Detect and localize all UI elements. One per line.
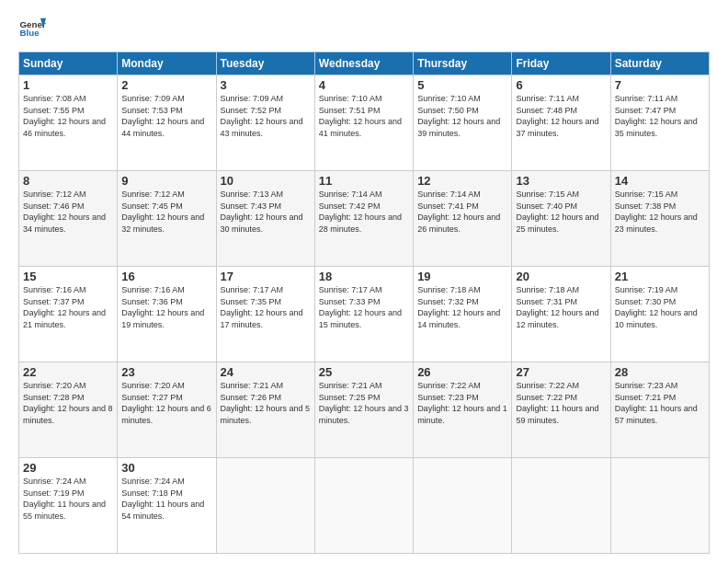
day-number: 17 bbox=[221, 270, 311, 283]
day-info: Sunrise: 7:19 AMSunset: 7:30 PMDaylight:… bbox=[615, 284, 705, 330]
day-header-thursday: Thursday bbox=[414, 52, 512, 75]
calendar-cell: 26Sunrise: 7:22 AMSunset: 7:23 PMDayligh… bbox=[414, 362, 512, 458]
calendar-cell: 14Sunrise: 7:15 AMSunset: 7:38 PMDayligh… bbox=[610, 171, 709, 267]
day-number: 19 bbox=[417, 270, 507, 283]
day-number: 12 bbox=[417, 174, 507, 188]
day-info: Sunrise: 7:11 AMSunset: 7:48 PMDaylight:… bbox=[516, 93, 606, 139]
day-info: Sunrise: 7:15 AMSunset: 7:40 PMDaylight:… bbox=[516, 189, 606, 235]
calendar-cell: 17Sunrise: 7:17 AMSunset: 7:35 PMDayligh… bbox=[216, 267, 314, 362]
calendar-cell: 27Sunrise: 7:22 AMSunset: 7:22 PMDayligh… bbox=[512, 362, 610, 458]
calendar-cell: 9Sunrise: 7:12 AMSunset: 7:45 PMDaylight… bbox=[118, 171, 216, 267]
calendar-cell: 30Sunrise: 7:24 AMSunset: 7:18 PMDayligh… bbox=[118, 458, 216, 554]
day-number: 14 bbox=[615, 174, 705, 188]
day-info: Sunrise: 7:16 AMSunset: 7:36 PMDaylight:… bbox=[121, 284, 211, 330]
day-info: Sunrise: 7:11 AMSunset: 7:47 PMDaylight:… bbox=[615, 93, 705, 139]
day-number: 18 bbox=[319, 270, 409, 283]
calendar-cell: 19Sunrise: 7:18 AMSunset: 7:32 PMDayligh… bbox=[414, 267, 512, 362]
calendar-cell: 2Sunrise: 7:09 AMSunset: 7:53 PMDaylight… bbox=[118, 75, 216, 171]
day-header-saturday: Saturday bbox=[610, 52, 709, 75]
day-header-wednesday: Wednesday bbox=[314, 52, 413, 75]
day-info: Sunrise: 7:12 AMSunset: 7:46 PMDaylight:… bbox=[23, 189, 113, 235]
calendar-cell: 28Sunrise: 7:23 AMSunset: 7:21 PMDayligh… bbox=[610, 362, 709, 458]
calendar-cell: 11Sunrise: 7:14 AMSunset: 7:42 PMDayligh… bbox=[314, 171, 413, 267]
calendar-cell: 13Sunrise: 7:15 AMSunset: 7:40 PMDayligh… bbox=[512, 171, 610, 267]
day-info: Sunrise: 7:13 AMSunset: 7:43 PMDaylight:… bbox=[221, 189, 311, 235]
day-info: Sunrise: 7:10 AMSunset: 7:51 PMDaylight:… bbox=[319, 93, 409, 139]
calendar-cell: 21Sunrise: 7:19 AMSunset: 7:30 PMDayligh… bbox=[610, 267, 709, 362]
calendar-cell: 16Sunrise: 7:16 AMSunset: 7:36 PMDayligh… bbox=[118, 267, 216, 362]
calendar-cell: 7Sunrise: 7:11 AMSunset: 7:47 PMDaylight… bbox=[610, 75, 709, 171]
day-number: 27 bbox=[516, 365, 606, 379]
day-info: Sunrise: 7:08 AMSunset: 7:55 PMDaylight:… bbox=[23, 93, 113, 139]
calendar-cell bbox=[610, 458, 709, 554]
calendar-cell: 24Sunrise: 7:21 AMSunset: 7:26 PMDayligh… bbox=[216, 362, 314, 458]
day-number: 6 bbox=[516, 78, 606, 92]
calendar-cell: 25Sunrise: 7:21 AMSunset: 7:25 PMDayligh… bbox=[314, 362, 413, 458]
day-number: 7 bbox=[615, 78, 705, 92]
day-number: 8 bbox=[23, 174, 113, 188]
day-info: Sunrise: 7:16 AMSunset: 7:37 PMDaylight:… bbox=[23, 284, 113, 330]
day-info: Sunrise: 7:18 AMSunset: 7:31 PMDaylight:… bbox=[516, 284, 606, 330]
svg-text:Blue: Blue bbox=[20, 28, 40, 38]
day-info: Sunrise: 7:09 AMSunset: 7:53 PMDaylight:… bbox=[121, 93, 211, 139]
calendar-cell bbox=[314, 458, 413, 554]
day-header-tuesday: Tuesday bbox=[216, 52, 314, 75]
day-number: 28 bbox=[615, 365, 705, 379]
day-info: Sunrise: 7:24 AMSunset: 7:18 PMDaylight:… bbox=[121, 476, 211, 522]
day-number: 20 bbox=[516, 270, 606, 283]
calendar-cell: 29Sunrise: 7:24 AMSunset: 7:19 PMDayligh… bbox=[19, 458, 118, 554]
day-info: Sunrise: 7:12 AMSunset: 7:45 PMDaylight:… bbox=[121, 189, 211, 235]
calendar-cell: 5Sunrise: 7:10 AMSunset: 7:50 PMDaylight… bbox=[414, 75, 512, 171]
day-info: Sunrise: 7:21 AMSunset: 7:25 PMDaylight:… bbox=[319, 380, 409, 426]
calendar-cell: 1Sunrise: 7:08 AMSunset: 7:55 PMDaylight… bbox=[19, 75, 118, 171]
logo: General Blue bbox=[18, 15, 46, 42]
calendar-cell: 18Sunrise: 7:17 AMSunset: 7:33 PMDayligh… bbox=[314, 267, 413, 362]
day-number: 11 bbox=[319, 174, 409, 188]
day-info: Sunrise: 7:14 AMSunset: 7:41 PMDaylight:… bbox=[417, 189, 507, 235]
calendar-cell: 22Sunrise: 7:20 AMSunset: 7:28 PMDayligh… bbox=[19, 362, 118, 458]
calendar-cell bbox=[216, 458, 314, 554]
calendar-cell: 4Sunrise: 7:10 AMSunset: 7:51 PMDaylight… bbox=[314, 75, 413, 171]
day-number: 26 bbox=[417, 365, 507, 379]
day-info: Sunrise: 7:10 AMSunset: 7:50 PMDaylight:… bbox=[417, 93, 507, 139]
day-info: Sunrise: 7:18 AMSunset: 7:32 PMDaylight:… bbox=[417, 284, 507, 330]
day-number: 10 bbox=[221, 174, 311, 188]
calendar-cell bbox=[414, 458, 512, 554]
day-header-sunday: Sunday bbox=[19, 52, 118, 75]
calendar-cell bbox=[512, 458, 610, 554]
calendar-cell: 12Sunrise: 7:14 AMSunset: 7:41 PMDayligh… bbox=[414, 171, 512, 267]
calendar-cell: 6Sunrise: 7:11 AMSunset: 7:48 PMDaylight… bbox=[512, 75, 610, 171]
day-number: 23 bbox=[121, 365, 211, 379]
day-number: 15 bbox=[23, 270, 113, 283]
day-info: Sunrise: 7:17 AMSunset: 7:33 PMDaylight:… bbox=[319, 284, 409, 330]
day-info: Sunrise: 7:20 AMSunset: 7:28 PMDaylight:… bbox=[23, 380, 113, 426]
day-info: Sunrise: 7:09 AMSunset: 7:52 PMDaylight:… bbox=[221, 93, 311, 139]
calendar-cell: 15Sunrise: 7:16 AMSunset: 7:37 PMDayligh… bbox=[19, 267, 118, 362]
day-number: 9 bbox=[121, 174, 211, 188]
day-info: Sunrise: 7:22 AMSunset: 7:23 PMDaylight:… bbox=[417, 380, 507, 426]
day-info: Sunrise: 7:24 AMSunset: 7:19 PMDaylight:… bbox=[23, 476, 113, 522]
day-info: Sunrise: 7:21 AMSunset: 7:26 PMDaylight:… bbox=[221, 380, 311, 426]
calendar-cell: 20Sunrise: 7:18 AMSunset: 7:31 PMDayligh… bbox=[512, 267, 610, 362]
day-number: 1 bbox=[23, 78, 113, 92]
day-number: 29 bbox=[23, 461, 113, 475]
day-info: Sunrise: 7:17 AMSunset: 7:35 PMDaylight:… bbox=[221, 284, 311, 330]
day-header-friday: Friday bbox=[512, 52, 610, 75]
calendar-cell: 10Sunrise: 7:13 AMSunset: 7:43 PMDayligh… bbox=[216, 171, 314, 267]
day-number: 30 bbox=[121, 461, 211, 475]
day-number: 16 bbox=[121, 270, 211, 283]
day-info: Sunrise: 7:20 AMSunset: 7:27 PMDaylight:… bbox=[121, 380, 211, 426]
day-number: 13 bbox=[516, 174, 606, 188]
day-number: 24 bbox=[221, 365, 311, 379]
day-number: 22 bbox=[23, 365, 113, 379]
day-header-monday: Monday bbox=[118, 52, 216, 75]
calendar-cell: 3Sunrise: 7:09 AMSunset: 7:52 PMDaylight… bbox=[216, 75, 314, 171]
day-number: 5 bbox=[417, 78, 507, 92]
day-number: 4 bbox=[319, 78, 409, 92]
calendar: SundayMondayTuesdayWednesdayThursdayFrid… bbox=[18, 52, 710, 554]
day-info: Sunrise: 7:14 AMSunset: 7:42 PMDaylight:… bbox=[319, 189, 409, 235]
day-number: 3 bbox=[221, 78, 311, 92]
day-info: Sunrise: 7:22 AMSunset: 7:22 PMDaylight:… bbox=[516, 380, 606, 426]
day-info: Sunrise: 7:15 AMSunset: 7:38 PMDaylight:… bbox=[615, 189, 705, 235]
day-number: 21 bbox=[615, 270, 705, 283]
